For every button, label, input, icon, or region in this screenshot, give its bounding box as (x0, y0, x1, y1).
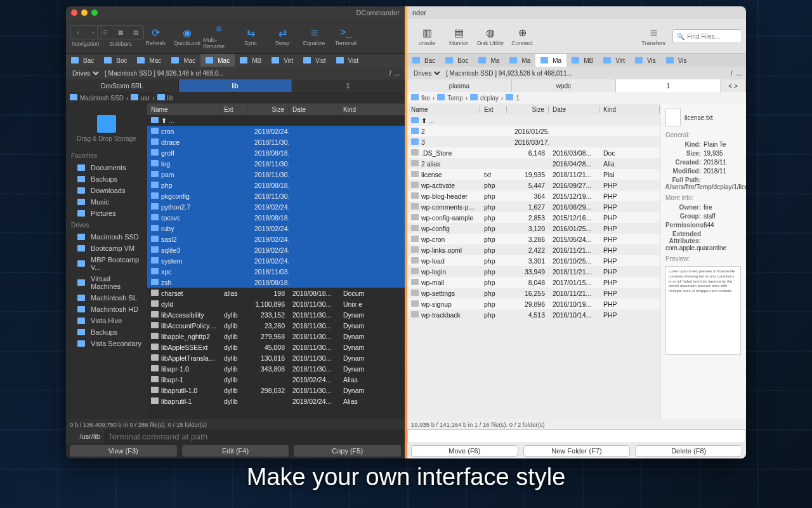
crumb-item[interactable]: fire (411, 94, 430, 102)
file-row[interactable]: wp-cronphp3,2862015/05/24...PHP (407, 234, 660, 244)
delete-button[interactable]: Delete (F8) (635, 445, 742, 457)
file-row[interactable]: sasl22019/02/24...Folder (147, 234, 405, 244)
path-tab[interactable]: lib (179, 79, 292, 92)
path-tab[interactable]: plasma (407, 79, 512, 92)
file-row[interactable]: cron2019/02/24...Alias (147, 126, 405, 137)
drive-tab[interactable]: Bac (66, 54, 99, 67)
col-ext[interactable]: Ext (480, 106, 507, 113)
copy-button[interactable]: Copy (F5) (294, 445, 401, 457)
file-row[interactable]: libapple_nghttp2dylib279,9682018/11/30..… (147, 331, 405, 342)
search-input[interactable]: 🔍Find Files... (672, 29, 742, 43)
column-headers[interactable]: Name Ext Size Date Kind (147, 104, 405, 115)
file-row[interactable]: system2019/02/24...Folder (147, 255, 405, 266)
file-row[interactable]: 2 alias2016/04/28...Alia (407, 158, 660, 169)
sidebar-item[interactable]: Macintosh SSD (66, 231, 147, 243)
file-row[interactable]: charsetalias1982018/08/18...Docum (147, 288, 405, 298)
file-row[interactable]: wp-loginphp33,9492018/11/21...PHP (407, 266, 660, 277)
refresh-button[interactable]: ⟳Refresh (140, 21, 171, 51)
terminal-input[interactable] (104, 429, 405, 443)
file-row[interactable]: log2018/11/30...Folder (147, 158, 405, 169)
file-row[interactable]: wp-mailphp8,0482017/01/15...PHP (407, 277, 660, 288)
file-row[interactable]: dtrace2018/11/30...Folder (147, 137, 405, 147)
console-button[interactable]: ▥onsole (411, 21, 443, 51)
file-row[interactable]: php2018/08/18...Folder (147, 180, 405, 190)
file-row[interactable]: wp-signupphp29,8962016/10/19...PHP (407, 298, 660, 309)
file-row[interactable]: 22016/01/25...Fold (407, 126, 660, 137)
zoom-icon[interactable] (91, 10, 98, 16)
file-row[interactable]: ⬆ ... (407, 115, 660, 126)
file-row[interactable]: wp-config-samplephp2,8532015/12/16...PHP (407, 212, 660, 223)
file-row[interactable]: libapr-1dylib2019/02/24...Alias (147, 374, 405, 385)
col-kind[interactable]: Kind (339, 106, 405, 113)
crumb-item[interactable]: 1 (506, 94, 520, 102)
column-headers[interactable]: Name Ext Size Date Kind (407, 104, 660, 115)
drive-tab[interactable]: Vist (331, 54, 364, 67)
file-row[interactable]: wp-loadphp3,3012016/10/25...PHP (407, 255, 660, 266)
transfers-button[interactable]: ≣Transfers (638, 21, 669, 51)
crumb-item[interactable]: Temp (437, 94, 462, 102)
file-row[interactable]: libaprutil-1dylib2019/02/24...Alias (147, 396, 405, 406)
drive-tab[interactable]: Vis (630, 54, 661, 67)
minimize-icon[interactable] (81, 10, 88, 16)
drive-tab[interactable]: Bac (407, 54, 440, 67)
file-row[interactable]: pkgconfig2018/11/30...Folder (147, 190, 405, 201)
drives-select[interactable]: Drives (411, 69, 442, 77)
crumb-item[interactable]: lib (157, 94, 174, 102)
file-row[interactable]: ruby2019/02/24...Folder (147, 223, 405, 234)
sync-button[interactable]: ⇆Sync (235, 21, 266, 51)
drive-tab[interactable]: Vis (661, 54, 692, 67)
file-row[interactable]: wp-trackbackphp4,5132016/10/14...PHP (407, 309, 660, 320)
close-icon[interactable] (71, 10, 77, 16)
file-row[interactable]: ⬆ ... (147, 115, 405, 126)
file-row[interactable]: libAccountPolicyTrans...dylib23,2802018/… (147, 320, 405, 331)
drive-tab[interactable]: Ma (535, 54, 566, 67)
connect-button[interactable]: ⊕Connect (506, 21, 538, 51)
newfolder-button[interactable]: New Folder (F7) (523, 445, 631, 457)
diskutility-button[interactable]: ◍Disk Utility (475, 21, 506, 51)
sidebar-item[interactable]: Machintosh HD (66, 304, 147, 315)
file-row[interactable]: dyld1,100,8962018/11/30...Unix e (147, 298, 405, 309)
col-date[interactable]: Date (289, 106, 339, 113)
file-row[interactable]: python2.72019/02/24...Alias (147, 201, 405, 212)
crumb-item[interactable]: Macintosh SSD (70, 94, 124, 102)
file-row[interactable]: sqlite32019/02/24...Alias (147, 244, 405, 255)
file-row[interactable]: rpcsvc2018/08/18...Folder (147, 212, 405, 223)
sidebar-item[interactable]: MBP Bootcamp V... (66, 254, 147, 273)
sidebar-item[interactable]: Machintosh SL (66, 292, 147, 304)
quicklook-button[interactable]: ◉QuickLook (171, 21, 203, 51)
file-row[interactable]: licensetxt19,9352018/11/21...Plai (407, 169, 660, 180)
dropzone[interactable]: Drag & Drop Storage (66, 107, 147, 150)
file-row[interactable]: zsh2018/08/18...Folder (147, 277, 405, 288)
view-button[interactable]: View (F3) (70, 445, 177, 457)
drive-tab[interactable]: Ma (473, 54, 504, 67)
drives-select[interactable]: Drives (70, 69, 101, 77)
path-tab[interactable]: DevStorm SRL (66, 79, 179, 92)
file-row[interactable]: libaprutil-1.0dylib298,0322018/11/30...D… (147, 385, 405, 396)
monitor-button[interactable]: ▤Monitor (443, 21, 475, 51)
col-date[interactable]: Date (549, 106, 599, 113)
file-row[interactable]: 32016/03/17...Fold (407, 137, 660, 147)
move-button[interactable]: Move (F6) (411, 445, 518, 457)
terminal-button[interactable]: >_Terminal (330, 21, 362, 51)
drive-tab[interactable]: Mac (132, 54, 166, 67)
path-tab[interactable]: 1 (292, 79, 405, 92)
drive-tab[interactable]: Vist (298, 54, 331, 67)
sidebar-item[interactable]: Downloads (66, 185, 147, 196)
multirename-button[interactable]: ≡Multi-Rename (203, 21, 235, 51)
crumb-item[interactable]: dcplay (470, 94, 499, 102)
file-row[interactable]: libAccessibilitydylib233,1522018/11/30..… (147, 309, 405, 320)
file-row[interactable]: wp-configphp3,1202016/01/25...PHP (407, 223, 660, 234)
drive-tab[interactable]: Mac (200, 54, 235, 67)
path-tab[interactable]: wpdc (512, 79, 617, 92)
sidebar-item[interactable]: Pictures (66, 208, 147, 219)
path-tab[interactable]: 1 (616, 79, 721, 92)
col-name[interactable]: Name (407, 106, 480, 113)
file-row[interactable]: pam2018/11/30...Folder (147, 169, 405, 180)
sidebar-item[interactable]: Documents (66, 162, 147, 173)
file-row[interactable]: libAppletTranslationLi...dylib130,816201… (147, 352, 405, 363)
file-row[interactable]: libapr-1.0dylib343,8082018/11/30...Dynam (147, 363, 405, 374)
drive-tab[interactable]: Mac (166, 54, 200, 67)
col-size[interactable]: Size (247, 106, 289, 113)
file-row[interactable]: .DS_Store6,1482016/03/08...Doc (407, 147, 660, 158)
drive-tab[interactable]: Virt (266, 54, 298, 67)
